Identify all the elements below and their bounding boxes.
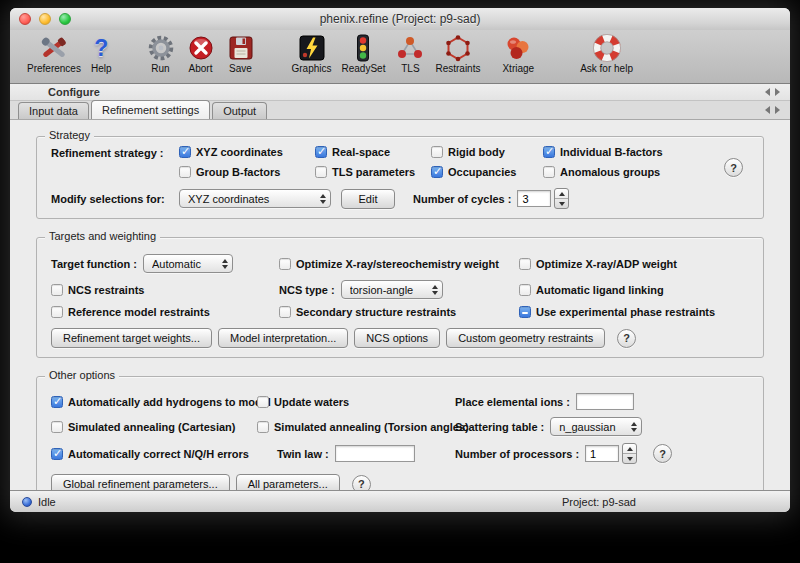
checkbox-real-space[interactable]: Real-space: [315, 146, 431, 158]
checkbox-individual-b-factors[interactable]: Individual B-factors: [543, 146, 713, 158]
help-icon: ?: [94, 33, 108, 63]
tab-scroll-left-icon[interactable]: [765, 106, 770, 114]
place-elemental-ions-input[interactable]: [576, 393, 634, 410]
toolbar-button-readyset[interactable]: ReadySet: [337, 32, 391, 75]
toolbar-button-ask-for-help[interactable]: Ask for help: [575, 32, 638, 75]
strategy-group: Strategy Refinement strategy : XYZ coord…: [36, 136, 764, 219]
targets-help-button[interactable]: ?: [617, 329, 636, 348]
processors-stepper[interactable]: [622, 443, 637, 464]
targets-group: Targets and weighting Target function : …: [36, 237, 764, 358]
checkbox-occupancies[interactable]: Occupancies: [431, 166, 543, 178]
number-of-cycles-label: Number of cycles :: [413, 193, 511, 205]
custom-geometry-restraints-button[interactable]: Custom geometry restraints: [446, 328, 605, 348]
number-of-cycles-stepper[interactable]: [554, 188, 569, 209]
toolbar-button-restraints[interactable]: Restraints: [430, 32, 485, 75]
checkbox-optimize-xray-stereochemistry-weight[interactable]: Optimize X-ray/stereochemistry weight: [279, 258, 499, 270]
graphics-lightning-icon: [297, 33, 327, 63]
refinement-settings-panel: Strategy Refinement strategy : XYZ coord…: [10, 120, 790, 490]
processors-help-button[interactable]: ?: [653, 444, 672, 463]
toolbar-label: Preferences: [27, 63, 81, 74]
checkbox-use-experimental-phase-restraints[interactable]: Use experimental phase restraints: [519, 306, 715, 318]
checkbox-simulated-annealing-torsion[interactable]: Simulated annealing (Torsion angles): [257, 421, 469, 433]
twin-law-input[interactable]: [335, 445, 415, 462]
checkbox-box: [543, 166, 555, 178]
toolbar-button-run[interactable]: Run: [141, 32, 181, 75]
checkbox-rigid-body[interactable]: Rigid body: [431, 146, 543, 158]
status-bar: Idle Project: p9-sad: [10, 490, 790, 512]
tab-refinement-settings[interactable]: Refinement settings: [91, 100, 210, 119]
checkbox-ncs-restraints[interactable]: NCS restraints: [51, 284, 144, 296]
toolbar-label: Help: [91, 63, 112, 74]
checkbox-box: [179, 146, 191, 158]
xtriage-spheres-icon: [503, 33, 533, 63]
run-gear-icon: [146, 33, 176, 63]
ncs-options-button[interactable]: NCS options: [354, 328, 440, 348]
status-text: Idle: [38, 496, 56, 508]
toolbar-button-save[interactable]: Save: [221, 32, 261, 75]
checkbox-simulated-annealing-cartesian[interactable]: Simulated annealing (Cartesian): [51, 421, 235, 433]
checkbox-update-waters[interactable]: Update waters: [257, 396, 349, 408]
target-function-dropdown[interactable]: Automatic: [143, 254, 233, 273]
model-interpretation-button[interactable]: Model interpretation...: [218, 328, 348, 348]
close-button[interactable]: [19, 13, 31, 25]
checkbox-xyz-coordinates[interactable]: XYZ coordinates: [179, 146, 315, 158]
checkbox-box: [519, 284, 531, 296]
scroll-left-icon[interactable]: [765, 88, 770, 96]
toolbar-button-tls[interactable]: TLS: [390, 32, 430, 75]
checkbox-box: [431, 166, 443, 178]
scattering-table-dropdown[interactable]: n_gaussian: [550, 417, 642, 436]
checkbox-box: [315, 166, 327, 178]
tab-output[interactable]: Output: [212, 102, 267, 119]
tls-molecule-icon: [395, 33, 425, 63]
dropdown-arrows-icon: [222, 259, 228, 269]
ncs-type-dropdown[interactable]: torsion-angle: [341, 280, 443, 299]
window-controls: [19, 13, 71, 25]
strategy-checkbox-grid: XYZ coordinates Real-space Rigid body In…: [179, 146, 713, 178]
toolbar-label: Save: [229, 63, 252, 74]
tab-input-data[interactable]: Input data: [18, 102, 89, 119]
checkbox-box: [51, 421, 63, 433]
minimize-button[interactable]: [39, 13, 51, 25]
checkbox-correct-nqh-errors[interactable]: Automatically correct N/Q/H errors: [51, 448, 249, 460]
toolbar-button-abort[interactable]: Abort: [181, 32, 221, 75]
toolbar-button-preferences[interactable]: Preferences: [22, 32, 86, 75]
toolbar-button-graphics[interactable]: Graphics: [287, 32, 337, 75]
tab-scroll-right-icon[interactable]: [775, 106, 780, 114]
edit-button[interactable]: Edit: [341, 189, 395, 209]
configure-header: Configure: [10, 84, 790, 101]
modify-selections-dropdown[interactable]: XYZ coordinates: [179, 189, 331, 208]
toolbar-label: Graphics: [292, 63, 332, 74]
scroll-right-icon[interactable]: [775, 88, 780, 96]
stepper-down-icon[interactable]: [555, 199, 568, 208]
strategy-help-button[interactable]: ?: [724, 158, 743, 177]
toolbar-label: Run: [151, 63, 169, 74]
checkbox-anomalous-groups[interactable]: Anomalous groups: [543, 166, 713, 178]
toolbar-button-help[interactable]: ? Help: [86, 32, 117, 75]
checkbox-optimize-xray-adp-weight[interactable]: Optimize X-ray/ADP weight: [519, 258, 677, 270]
scattering-table-label: Scattering table :: [455, 421, 544, 433]
number-of-cycles-spinner: 3: [517, 188, 569, 209]
checkbox-tls-parameters[interactable]: TLS parameters: [315, 166, 431, 178]
checkbox-automatic-ligand-linking[interactable]: Automatic ligand linking: [519, 284, 664, 296]
stepper-down-icon[interactable]: [623, 454, 636, 463]
configure-scroll-arrows: [765, 88, 780, 96]
processors-input[interactable]: 1: [585, 445, 619, 462]
number-of-processors-label: Number of processors :: [455, 448, 579, 460]
stepper-up-icon[interactable]: [623, 444, 636, 454]
checkbox-reference-model-restraints[interactable]: Reference model restraints: [51, 306, 210, 318]
refinement-target-weights-button[interactable]: Refinement target weights...: [51, 328, 212, 348]
checkbox-secondary-structure-restraints[interactable]: Secondary structure restraints: [279, 306, 456, 318]
dropdown-arrows-icon: [631, 422, 637, 432]
number-of-cycles-input[interactable]: 3: [517, 190, 551, 207]
checkbox-group-b-factors[interactable]: Group B-factors: [179, 166, 315, 178]
zoom-button[interactable]: [59, 13, 71, 25]
toolbar: Preferences ? Help Run: [10, 30, 790, 84]
stepper-up-icon[interactable]: [555, 189, 568, 199]
modify-selections-label: Modify selections for:: [51, 193, 179, 205]
toolbar-label: Restraints: [435, 63, 480, 74]
checkbox-automatically-add-hydrogens[interactable]: Automatically add hydrogens to model: [51, 396, 271, 408]
toolbar-label: Ask for help: [580, 63, 633, 74]
tab-scroll-arrows: [765, 106, 780, 114]
life-ring-icon: [592, 33, 622, 63]
toolbar-button-xtriage[interactable]: Xtriage: [497, 32, 539, 75]
